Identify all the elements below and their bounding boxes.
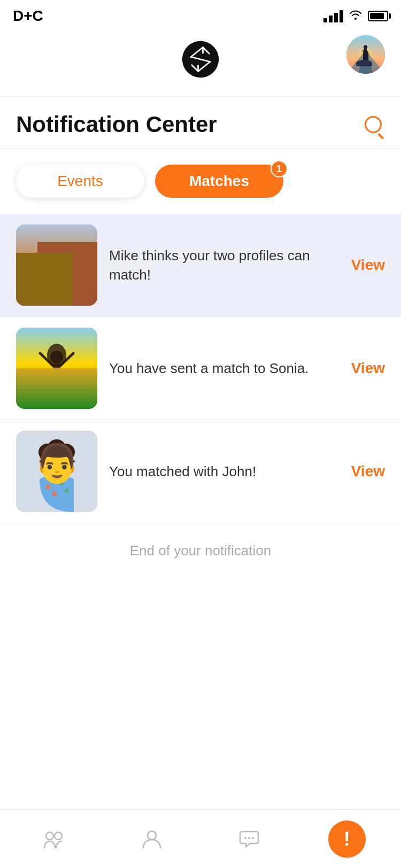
svg-point-44 <box>59 459 66 464</box>
svg-point-58 <box>244 837 246 839</box>
nav-item-groups[interactable] <box>22 818 86 861</box>
notification-view-button[interactable]: View <box>351 360 385 377</box>
svg-point-54 <box>65 489 69 493</box>
nav-item-profile[interactable] <box>120 818 184 861</box>
svg-rect-15 <box>21 251 29 259</box>
svg-rect-13 <box>16 246 64 306</box>
svg-point-45 <box>61 460 64 463</box>
search-icon <box>365 116 382 133</box>
page-title: Notification Center <box>16 112 217 137</box>
svg-point-41 <box>53 444 68 459</box>
svg-point-60 <box>252 837 254 839</box>
tab-events[interactable]: Events <box>16 165 144 198</box>
notification-thumb <box>16 328 97 409</box>
svg-point-40 <box>45 444 60 459</box>
exclamation-icon: ! <box>344 828 350 850</box>
tabs-section: Events Matches 1 <box>0 149 401 214</box>
notification-text: Mike thinks your two profiles can match! <box>109 246 340 285</box>
tab-matches[interactable]: Matches 1 <box>155 165 283 198</box>
app-logo[interactable] <box>176 35 225 86</box>
end-of-list-label: End of your notification <box>0 523 401 578</box>
svg-rect-23 <box>16 328 97 409</box>
notification-item[interactable]: You matched with John! View <box>0 420 401 523</box>
notification-item[interactable]: Mike thinks your two profiles can match!… <box>0 214 401 317</box>
signal-icon <box>323 10 343 22</box>
notification-thumb <box>16 224 97 306</box>
svg-point-36 <box>40 445 74 479</box>
status-time: D+C <box>13 7 43 25</box>
svg-point-26 <box>59 378 70 389</box>
svg-rect-47 <box>58 459 68 466</box>
status-bar: D+C <box>0 0 401 30</box>
wifi-icon <box>349 9 363 23</box>
notification-text: You have sent a match to Sonia. <box>109 359 340 378</box>
svg-point-28 <box>80 379 91 391</box>
svg-point-55 <box>46 832 53 840</box>
notification-text: You matched with John! <box>109 462 340 481</box>
svg-point-52 <box>59 481 64 485</box>
svg-point-27 <box>61 381 67 387</box>
notifications-active-button[interactable]: ! <box>328 820 366 858</box>
svg-point-42 <box>47 459 55 464</box>
svg-point-51 <box>45 484 51 490</box>
svg-point-43 <box>49 460 52 463</box>
tab-events-label: Events <box>57 173 103 190</box>
svg-point-37 <box>38 444 56 461</box>
nav-item-messages[interactable] <box>217 818 281 861</box>
tab-matches-label: Matches <box>189 173 249 190</box>
svg-point-53 <box>52 491 57 497</box>
svg-point-39 <box>58 444 75 461</box>
search-button[interactable] <box>361 113 385 136</box>
svg-point-29 <box>82 382 89 389</box>
svg-point-34 <box>47 344 66 367</box>
svg-point-59 <box>248 837 250 839</box>
messages-icon <box>236 826 263 852</box>
nav-item-notifications[interactable]: ! <box>315 818 379 861</box>
groups-icon <box>41 826 67 852</box>
app-header <box>0 30 401 97</box>
svg-rect-46 <box>46 459 57 466</box>
notification-item[interactable]: You have sent a match to Sonia. View <box>0 317 401 420</box>
svg-point-19 <box>74 257 84 267</box>
svg-line-22 <box>81 275 86 281</box>
svg-rect-17 <box>21 267 29 275</box>
svg-point-25 <box>39 383 47 390</box>
svg-line-21 <box>68 275 73 281</box>
svg-point-57 <box>148 831 156 840</box>
svg-rect-16 <box>35 251 43 259</box>
svg-point-24 <box>36 380 49 393</box>
bottom-nav: ! <box>0 809 401 868</box>
battery-icon <box>368 11 388 21</box>
svg-point-10 <box>364 45 367 49</box>
svg-point-56 <box>55 832 62 840</box>
svg-rect-18 <box>35 267 43 275</box>
svg-rect-20 <box>75 267 83 279</box>
notification-thumb <box>16 431 97 512</box>
svg-point-38 <box>47 439 66 459</box>
notifications-list: Mike thinks your two profiles can match!… <box>0 214 401 523</box>
page-title-section: Notification Center <box>0 97 401 149</box>
svg-rect-14 <box>64 257 97 306</box>
status-icons <box>323 9 388 23</box>
user-avatar[interactable] <box>346 35 385 74</box>
svg-rect-12 <box>16 224 97 306</box>
tab-matches-badge: 1 <box>271 160 288 177</box>
avatar-image <box>346 35 385 74</box>
profile-icon <box>138 826 165 852</box>
notification-view-button[interactable]: View <box>351 463 385 480</box>
notification-view-button[interactable]: View <box>351 257 385 274</box>
